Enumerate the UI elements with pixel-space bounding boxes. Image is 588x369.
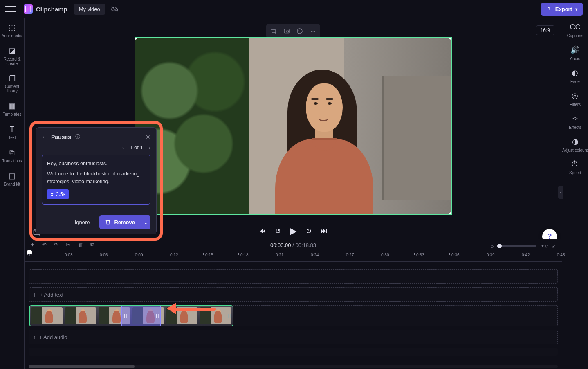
resize-handle[interactable] — [449, 212, 452, 215]
ruler-tick: 0:06 — [100, 253, 108, 257]
rr-label: Effects — [569, 125, 581, 130]
pause-handle-icon[interactable]: || — [124, 313, 128, 318]
export-label: Export — [555, 6, 572, 12]
brand[interactable]: Clipchamp — [24, 4, 67, 14]
zoom-slider[interactable] — [497, 245, 536, 247]
export-button[interactable]: Export ▾ — [541, 3, 583, 16]
time-ruler[interactable]: 00:030:060:090:120:150:180:210:240:270:3… — [25, 253, 562, 262]
svg-rect-2 — [287, 31, 289, 32]
fit-icon[interactable]: ⤢ — [552, 243, 556, 249]
pause-handle-icon[interactable]: || — [156, 313, 160, 318]
rr-adjust-colours[interactable]: ◑Adjust colours — [562, 137, 588, 153]
info-icon[interactable]: ⓘ — [75, 133, 80, 140]
fade-icon: ◐ — [572, 68, 578, 77]
text-icon: T — [10, 126, 14, 134]
rr-filters[interactable]: ◎Filters — [570, 91, 581, 107]
zoom-out-icon[interactable]: −⌕ — [487, 243, 494, 249]
forward-icon[interactable]: ↻ — [306, 227, 312, 236]
contrast-icon: ◑ — [572, 137, 579, 146]
rail-label: Brand kit — [4, 182, 20, 187]
rr-speed[interactable]: ⏱Speed — [569, 160, 581, 175]
ruler-tick: 0:45 — [557, 253, 565, 257]
right-rail: CCCaptions 🔊Audio ◐Fade ◎Filters ✧Effect… — [562, 18, 588, 369]
transcript-line: Hey, business enthusiasts. — [47, 160, 145, 168]
clip-end-handle[interactable]: || — [228, 313, 232, 318]
upload-icon — [546, 6, 552, 12]
rr-fade[interactable]: ◐Fade — [570, 68, 580, 84]
rail-label: Templates — [3, 112, 22, 117]
rr-effects[interactable]: ✧Effects — [569, 114, 581, 130]
empty-track[interactable] — [29, 269, 558, 284]
crop-tool[interactable] — [268, 25, 279, 37]
remove-split-button[interactable]: ⌄ — [141, 215, 150, 229]
resize-handle[interactable] — [449, 37, 452, 40]
play-icon[interactable]: ▶ — [290, 226, 297, 236]
timeline-tools: ✦ ↶ ↷ ✂ 🗑 ⧉ — [30, 241, 94, 248]
back-icon[interactable]: ← — [42, 134, 47, 140]
ruler-tick: 0:21 — [276, 253, 283, 257]
rewind-icon[interactable]: ↺ — [275, 227, 281, 236]
pip-tool[interactable] — [281, 25, 292, 37]
rr-captions[interactable]: CCCaptions — [567, 23, 583, 38]
undo-icon[interactable]: ↶ — [42, 242, 47, 248]
rr-audio[interactable]: 🔊Audio — [570, 45, 581, 61]
rail-content-library[interactable]: ❐Content library — [0, 73, 24, 95]
menu-button[interactable] — [5, 3, 16, 15]
brand-label: Clipchamp — [36, 6, 67, 13]
rail-brand-kit[interactable]: ◫Brand kit — [3, 171, 21, 188]
close-icon[interactable]: ✕ — [146, 134, 150, 140]
preview-frame — [135, 38, 451, 214]
delete-icon[interactable]: 🗑 — [78, 242, 83, 248]
skip-end-icon[interactable]: ⏭ — [321, 227, 328, 235]
transcript-line: Welcome to the blockbuster of marketing … — [47, 170, 145, 186]
pager-label: 1 of 1 — [130, 144, 143, 151]
aspect-ratio-badge[interactable]: 16:9 — [536, 25, 554, 35]
trash-icon — [105, 219, 111, 225]
brandkit-icon: ◫ — [9, 172, 16, 180]
playhead[interactable] — [29, 251, 29, 364]
templates-icon: ▦ — [9, 102, 16, 110]
ruler-tick: 0:09 — [135, 253, 143, 257]
audio-track[interactable]: ♪+ Add audio — [29, 330, 558, 344]
empty-track[interactable] — [29, 348, 558, 356]
timeline-scrollbar[interactable] — [29, 365, 558, 368]
zoom-in-icon[interactable]: ＋⌕ — [540, 242, 548, 250]
zoom-controls: −⌕ ＋⌕ ⤢ — [487, 242, 556, 250]
rail-text[interactable]: TText — [7, 124, 16, 142]
rail-templates[interactable]: ▦Templates — [2, 101, 22, 118]
ruler-tick: 0:15 — [205, 253, 213, 257]
next-icon[interactable]: › — [149, 144, 150, 151]
rail-transitions[interactable]: ⧉Transitions — [1, 147, 23, 165]
speed-icon: ⏱ — [571, 160, 579, 169]
rail-label: Text — [8, 135, 16, 140]
skip-start-icon[interactable]: ⏮ — [259, 227, 266, 235]
video-preview[interactable] — [135, 37, 452, 215]
duplicate-icon[interactable]: ⧉ — [90, 241, 94, 248]
rail-label: Content library — [1, 84, 23, 93]
rail-record-create[interactable]: ◪Record & create — [0, 45, 24, 68]
redo-icon[interactable]: ↷ — [54, 242, 58, 248]
split-icon[interactable]: ✂ — [66, 242, 70, 248]
project-name[interactable]: My video — [74, 4, 105, 15]
magic-icon[interactable]: ✦ — [30, 242, 35, 248]
rail-your-media[interactable]: ⬚Your media — [1, 22, 23, 40]
transport-controls: ⏮ ↺ ▶ ↻ ⏭ — [259, 226, 328, 236]
prev-icon[interactable]: ‹ — [122, 144, 124, 151]
effects-icon: ✧ — [572, 114, 578, 123]
brand-logo-icon — [24, 4, 33, 14]
text-track[interactable]: T+ Add text — [29, 287, 558, 302]
video-track[interactable]: 🔈 || || || — [29, 305, 558, 326]
remove-button[interactable]: Remove — [99, 215, 141, 229]
ruler-tick: 0:27 — [346, 253, 354, 257]
rr-label: Speed — [569, 171, 581, 175]
more-tool[interactable]: ⋯ — [307, 25, 319, 37]
rotate-tool[interactable] — [294, 25, 305, 37]
cloud-off-icon — [111, 5, 118, 13]
timeline: ✦ ↶ ↷ ✂ 🗑 ⧉ 00:00.00 / 00:18.83 −⌕ ＋⌕ ⤢ … — [25, 239, 562, 369]
ignore-button[interactable]: Ignore — [68, 216, 97, 229]
add-text-label: + Add text — [40, 292, 63, 298]
chevron-down-icon: ▾ — [575, 7, 577, 11]
add-audio-label: + Add audio — [39, 334, 67, 340]
pause-card[interactable]: Hey, business enthusiasts. Welcome to th… — [42, 155, 150, 205]
time-total: 00:18.83 — [295, 242, 316, 248]
